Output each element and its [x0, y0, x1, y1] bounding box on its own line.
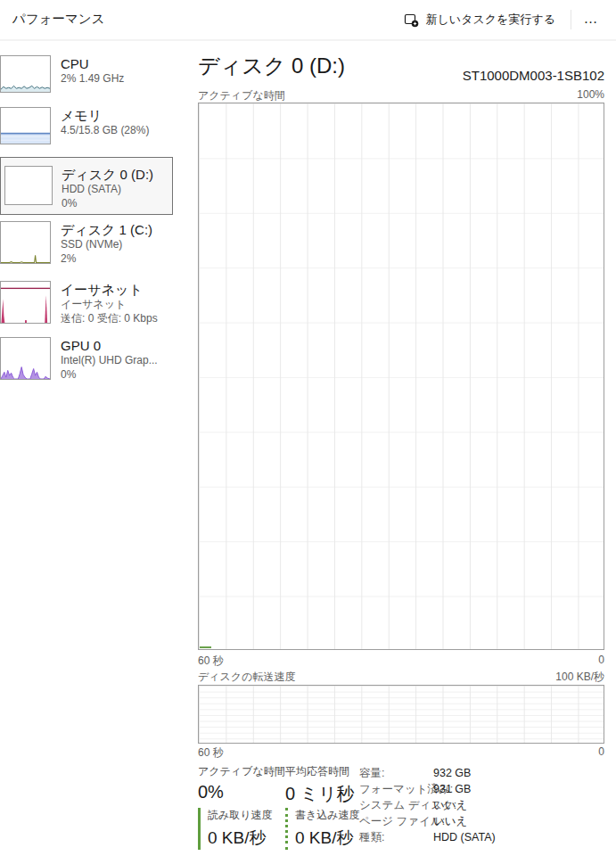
read-speed-value: 0 KB/秒 — [208, 827, 273, 850]
x-axis-left-label: 60 秒 — [198, 746, 224, 759]
sidebar-item-memory[interactable]: メモリ 4.5/15.8 GB (28%) — [0, 107, 149, 148]
detail-row-formatted: フォーマット済み: 931 GB — [359, 781, 496, 797]
write-speed-stat: 書き込み速度 0 KB/秒 — [285, 808, 360, 850]
sidebar-item-stat: SSD (NVMe) — [61, 238, 152, 252]
sidebar-item-ethernet[interactable]: イーサネット イーサネット 送信: 0 受信: 0 Kbps — [0, 281, 158, 325]
active-time-x-axis: 60 秒 0 — [198, 654, 604, 669]
sidebar-item-label: イーサネット — [61, 281, 158, 298]
sidebar-item-stat: イーサネット — [61, 298, 158, 312]
transfer-chart-label: ディスクの転送速度 — [198, 671, 295, 683]
sidebar-item-label: ディスク 1 (C:) — [61, 221, 152, 238]
sidebar-item-label: ディスク 0 (D:) — [62, 166, 153, 183]
sidebar-item-disk0[interactable]: ディスク 0 (D:) HDD (SATA) 0% — [0, 157, 173, 215]
avg-response-value: 0 ミリ秒 — [285, 782, 355, 806]
disk0-sparkline-icon — [4, 166, 53, 205]
detail-row-system-disk: システム ディスク: いいえ — [359, 797, 496, 813]
transfer-x-axis: 60 秒 0 — [198, 745, 604, 761]
active-time-stat: アクティブな時間 0% — [198, 764, 285, 802]
detail-row-page-file: ページ ファイル: いいえ — [359, 813, 496, 829]
x-axis-right-label: 0 — [598, 745, 604, 758]
page-title: パフォーマンス — [12, 11, 105, 28]
sidebar-item-label: GPU 0 — [61, 337, 158, 354]
active-time-scale-max: 100% — [577, 88, 604, 101]
ethernet-sparkline-icon — [0, 281, 51, 324]
active-time-chart-label: アクティブな時間 — [198, 89, 285, 102]
disk-model-name: ST1000DM003-1SB102 — [198, 68, 604, 83]
detail-row-type: 種類: HDD (SATA) — [359, 829, 496, 845]
run-new-task-button[interactable]: 新しいタスクを実行する — [397, 7, 563, 32]
detail-row-capacity: 容量: 932 GB — [359, 765, 496, 781]
active-time-chart-header: アクティブな時間 100% — [198, 88, 604, 103]
disk-details-list: 容量: 932 GB フォーマット済み: 931 GB システム ディスク: い… — [359, 765, 496, 845]
sidebar-item-stat: Intel(R) UHD Grap... — [61, 354, 158, 368]
read-speed-stat: 読み取り速度 0 KB/秒 — [198, 808, 273, 850]
header-divider — [571, 10, 571, 29]
transfer-rate-chart — [198, 685, 604, 744]
cpu-sparkline-icon — [0, 55, 51, 93]
ellipsis-icon: … — [584, 11, 599, 27]
sidebar-item-gpu0[interactable]: GPU 0 Intel(R) UHD Grap... 0% — [0, 337, 158, 382]
header-separator — [0, 39, 616, 41]
memory-sparkline-icon — [0, 107, 51, 144]
header: パフォーマンス 新しいタスクを実行する … — [0, 0, 616, 39]
sidebar-item-stat: 2% 1.49 GHz — [61, 72, 124, 86]
sidebar-item-label: メモリ — [61, 107, 149, 124]
run-new-task-label: 新しいタスクを実行する — [426, 12, 555, 28]
transfer-chart-header: ディスクの転送速度 100 KB/秒 — [198, 670, 604, 685]
sidebar-item-stat: HDD (SATA) — [62, 183, 153, 197]
avg-response-stat: 平均応答時間 0 ミリ秒 — [285, 764, 355, 806]
x-axis-right-label: 0 — [598, 654, 604, 666]
x-axis-left-label: 60 秒 — [198, 654, 224, 667]
write-speed-value: 0 KB/秒 — [295, 827, 360, 850]
sidebar-item-label: CPU — [61, 55, 124, 72]
active-time-zero-line — [200, 646, 211, 648]
new-task-icon — [404, 12, 419, 28]
sidebar-item-stat: 4.5/15.8 GB (28%) — [61, 124, 149, 138]
disk1-sparkline-icon — [0, 221, 51, 264]
more-options-button[interactable]: … — [577, 5, 605, 32]
transfer-scale-max: 100 KB/秒 — [555, 670, 604, 685]
sidebar-item-cpu[interactable]: CPU 2% 1.49 GHz — [0, 55, 124, 96]
active-time-chart — [198, 103, 604, 650]
gpu-sparkline-icon — [0, 337, 51, 380]
active-time-value: 0% — [198, 782, 285, 802]
sidebar-item-disk1[interactable]: ディスク 1 (C:) SSD (NVMe) 2% — [0, 221, 152, 266]
